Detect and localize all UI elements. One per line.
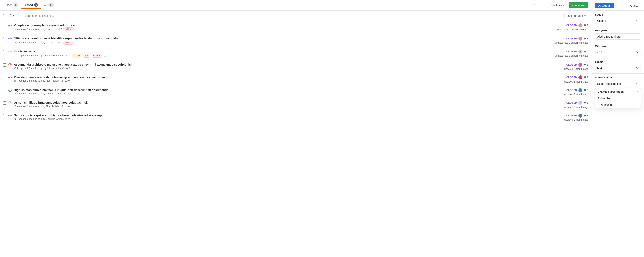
issue-right-6: CLOSED C 8 updated 2 months ago xyxy=(548,114,588,121)
last-updated-button[interactable]: Last updated xyxy=(564,13,588,19)
issue-right-5: CLOSED U 8 updated less than a minute ag… xyxy=(548,37,588,44)
issue-status-icon-9 xyxy=(8,76,12,80)
tab-open[interactable]: Open 5 xyxy=(3,2,20,9)
issue-checkbox-4[interactable] xyxy=(3,24,6,27)
subscription-dropdown-menu: Change subscription × Subscribe Unsubscr… xyxy=(595,88,641,108)
issue-meta-11: #11 · opened 2 months ago by Administrat… xyxy=(14,54,546,58)
closed-status-8: CLOSED D 8 xyxy=(566,88,588,92)
issue-right-9: CLOSED F 8 updated 2 months ago xyxy=(548,75,588,83)
issue-title-11[interactable]: this is an issue xyxy=(14,50,546,53)
updated-time-5: updated less than a minute ago xyxy=(555,41,588,44)
issue-meta-6: #6 · opened 2 months ago by Clemmie Grim… xyxy=(14,118,546,120)
avatar-10: A xyxy=(578,63,582,67)
issue-row: Natus sunt iste qui eos nobis nostrum mo… xyxy=(0,111,592,124)
tab-closed[interactable]: Closed 6 xyxy=(21,2,41,9)
subscription-select[interactable]: Select subscription xyxy=(595,81,641,87)
issue-id-7: #7 · opened 2 months ago by Fidel Parisi… xyxy=(14,105,60,108)
closed-status-4: CLOSED U 8 xyxy=(566,24,588,28)
cancel-button[interactable]: Cancel xyxy=(629,3,641,9)
milestone-5: v1.0 xyxy=(58,41,62,44)
badge-todo-11[interactable]: To Do xyxy=(72,54,82,58)
sidebar-labels-select[interactable]: bug xyxy=(595,65,641,71)
subscription-dropdown-header: Change subscription × xyxy=(595,88,640,95)
closed-label-11: CLOSED xyxy=(566,50,577,53)
select-all-checkbox[interactable] xyxy=(3,14,6,17)
issue-title-10[interactable]: Assumenda architecto molestiae placeat a… xyxy=(14,63,546,66)
issue-checkbox-7[interactable] xyxy=(3,101,6,105)
download-button[interactable] xyxy=(540,2,546,9)
closed-status-6: CLOSED C 8 xyxy=(566,114,588,118)
badge-critical-5[interactable]: critical xyxy=(63,41,74,45)
issue-row: Ut non similique fuga sunt voluptates vo… xyxy=(0,98,592,111)
issue-meta-5: #5 · opened 2 months ago by User 0 ⏱ v1.… xyxy=(14,41,546,45)
issue-body-10: Assumenda architecto molestiae placeat a… xyxy=(14,63,546,70)
edit-issues-button[interactable]: Edit Issues xyxy=(548,2,567,8)
issue-title-7[interactable]: Ut non similique fuga sunt voluptates vo… xyxy=(14,101,546,104)
issue-status-icon-8 xyxy=(8,89,12,93)
milestone-icon-10: ⏱ xyxy=(62,67,64,69)
search-input[interactable] xyxy=(25,14,560,17)
issue-id-11: #11 · opened 2 months ago by Administrat… xyxy=(14,54,61,57)
issue-checkbox-6[interactable] xyxy=(3,114,6,117)
filter-input-wrap xyxy=(18,13,563,19)
milestone-8: v0.0 xyxy=(67,92,72,95)
filter-icon xyxy=(20,14,24,17)
sidebar-status-select[interactable]: Closed xyxy=(595,18,641,24)
milestone-icon-6: ⏱ xyxy=(65,118,67,120)
closed-status-5: CLOSED U 8 xyxy=(566,37,588,41)
issue-status-icon-5 xyxy=(8,37,12,41)
issue-id-8: #8 · opened 2 months ago by Daphne Larso… xyxy=(14,92,62,95)
issue-title-4[interactable]: Voluptas aut corrupti ea eveniet odit of… xyxy=(14,24,546,27)
updated-time-9: updated 2 months ago xyxy=(564,80,588,83)
issue-right-10: CLOSED A 8 updated 2 months ago xyxy=(548,63,588,70)
closed-label-7: CLOSED xyxy=(566,101,577,104)
sidebar-assignee-select[interactable]: Aletha Breitenberg xyxy=(595,34,641,40)
issue-status-icon-6 xyxy=(8,114,12,118)
rss-button[interactable] xyxy=(532,2,538,9)
avatar-4: U xyxy=(578,24,582,28)
tabs-bar: Open 5 Closed 6 All 11 Edit Issues New i… xyxy=(0,0,592,11)
issue-checkbox-11[interactable] xyxy=(3,50,6,54)
new-issue-button[interactable]: New issue xyxy=(569,2,588,8)
issue-title-9[interactable]: Provident eius commodi molestiae ipsam r… xyxy=(14,75,546,79)
badge-critical-4[interactable]: critical xyxy=(63,28,74,32)
milestone-6: v2.0 xyxy=(68,118,73,120)
reset-chevron-icon xyxy=(13,15,15,17)
issue-checkbox-8[interactable] xyxy=(3,89,6,92)
avatar-6: C xyxy=(578,114,582,118)
subscription-dropdown-close-button[interactable]: × xyxy=(636,90,638,93)
closed-label-10: CLOSED xyxy=(566,63,577,66)
closed-label-5: CLOSED xyxy=(566,37,577,40)
updated-time-4: updated less than a minute ago xyxy=(555,28,588,31)
issue-id-5: #5 · opened 2 months ago by User 0 xyxy=(14,41,53,44)
issue-title-8[interactable]: Dignissimos omnis hic facilis in quia no… xyxy=(14,88,546,92)
comment-count-11: 0 xyxy=(584,50,588,53)
issue-checkbox-9[interactable] xyxy=(3,76,6,79)
reset-icon xyxy=(9,14,12,17)
reset-button[interactable] xyxy=(8,13,16,18)
issue-right-8: CLOSED D 8 updated 2 months ago xyxy=(548,88,588,96)
issue-status-icon-11 xyxy=(8,50,12,54)
updated-time-10: updated 2 months ago xyxy=(564,68,588,70)
issue-title-5[interactable]: Officiis accusantium velit blanditiis re… xyxy=(14,37,546,40)
milestone-10: v4.0 xyxy=(66,67,70,70)
issue-title-6[interactable]: Natus sunt iste qui eos nobis nostrum mo… xyxy=(14,114,546,117)
sidebar: Update all Cancel Status Closed Assignee… xyxy=(592,0,644,124)
issue-checkbox-5[interactable] xyxy=(3,37,6,40)
milestone-9: v3.0 xyxy=(65,80,70,82)
closed-status-11: CLOSED A 0 xyxy=(566,50,588,54)
sidebar-milestone-select[interactable]: v0.0 xyxy=(595,49,641,55)
issue-meta-8: #8 · opened 2 months ago by Daphne Larso… xyxy=(14,92,546,95)
sidebar-milestone-section: Milestone v0.0 xyxy=(592,42,644,58)
subscribe-option[interactable]: Subscribe xyxy=(595,95,640,102)
tab-all[interactable]: All 11 xyxy=(42,2,56,9)
milestone-icon-9: ⏱ xyxy=(62,80,64,82)
issue-checkbox-10[interactable] xyxy=(3,63,6,67)
update-all-button[interactable]: Update all xyxy=(595,3,614,9)
closed-status-9: CLOSED F 8 xyxy=(566,75,588,80)
badge-critical-11[interactable]: critical xyxy=(92,54,102,58)
comment-count-4: 8 xyxy=(584,24,588,27)
issue-right-7: CLOSED F 8 updated 2 months ago xyxy=(548,101,588,109)
badge-bug-11[interactable]: bug xyxy=(83,54,90,58)
unsubscribe-option[interactable]: Unsubscribe xyxy=(595,102,640,108)
